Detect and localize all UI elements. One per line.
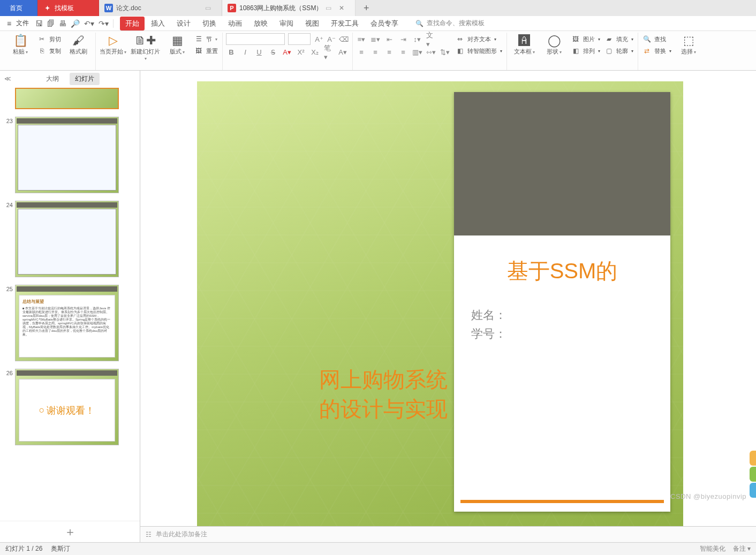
paste-button[interactable]: 📋 粘贴 — [6, 34, 34, 56]
section-button[interactable]: ☰节▾ — [193, 34, 219, 44]
qat-undo-icon[interactable]: ↶▾ — [84, 19, 94, 28]
ribbon-tab-slideshow[interactable]: 放映 — [248, 17, 273, 31]
slide[interactable]: 网上购物系统的设计与实现 基于SSM的 姓名： 学号： — [197, 81, 683, 526]
copy-button[interactable]: ⎘复制 — [36, 45, 62, 56]
align-center-icon[interactable]: ≡ — [370, 47, 381, 57]
thumbnail-26[interactable]: ○谢谢观看！ — [15, 369, 119, 445]
side-btn-2[interactable] — [750, 467, 756, 482]
cut-label: 剪切 — [49, 35, 61, 43]
italic-icon[interactable]: I — [240, 47, 251, 57]
thumbnail-list[interactable]: 23 欢迎进入后台管理系统 24 欢迎进入后台管理系统 25 — [0, 87, 140, 521]
increase-font-icon[interactable]: A⁺ — [314, 34, 324, 44]
cut-button[interactable]: ✂剪切 — [36, 34, 62, 44]
from-current-button[interactable]: ▷ 当页开始 — [99, 34, 127, 56]
tab-outline[interactable]: 大纲 — [41, 73, 64, 85]
find-label: 查找 — [654, 35, 666, 43]
ribbon-tab-design[interactable]: 设计 — [171, 17, 196, 31]
quick-access-toolbar: 🖫 🗐 🖶 🔎 ↶▾ ↷▾ — [35, 19, 114, 28]
notes-placeholder: 单击此处添加备注 — [156, 530, 207, 539]
file-menu[interactable]: 文件 — [16, 19, 29, 28]
select-button[interactable]: ⬚选择 — [675, 34, 702, 56]
side-btn-3[interactable] — [750, 483, 756, 498]
format-painter-button[interactable]: 🖌 格式刷 — [64, 34, 92, 55]
new-tab-button[interactable]: + — [356, 0, 377, 16]
hamburger-icon[interactable]: ≡ — [4, 19, 14, 28]
align-left-icon[interactable]: ≡ — [356, 47, 367, 57]
add-slide-button[interactable]: ＋ — [0, 521, 140, 542]
highlight-icon[interactable]: X² — [296, 47, 306, 57]
bold-icon[interactable]: B — [226, 47, 237, 57]
status-smart-beautify[interactable]: 智能美化 — [700, 544, 725, 553]
numbering-icon[interactable]: ≣▾ — [370, 34, 381, 44]
qat-print-icon[interactable]: 🖶 — [59, 19, 66, 28]
qat-redo-icon[interactable]: ↷▾ — [99, 19, 109, 28]
tab-home[interactable]: 首页 — [0, 0, 37, 16]
close-icon[interactable]: ✕ — [339, 4, 344, 12]
fill-label: 填充 — [616, 35, 628, 43]
doc-window-icon[interactable]: ▭ — [205, 4, 211, 12]
shape-button[interactable]: ◯形状 — [540, 34, 568, 56]
font-name-input[interactable] — [226, 33, 285, 45]
layout-button[interactable]: ▦ 版式 — [163, 34, 191, 56]
strike-icon[interactable]: S̶ — [268, 47, 278, 57]
notes-bar[interactable]: ☷ 单击此处添加备注 — [140, 526, 756, 542]
thumbnail-24[interactable]: 欢迎进入后台管理系统 — [15, 201, 119, 277]
thumbnail-partial[interactable] — [15, 88, 119, 109]
tab-doc[interactable]: W 论文.doc ▭ — [99, 0, 222, 16]
ribbon-tab-vip[interactable]: 会员专享 — [365, 17, 404, 31]
collapse-panel-icon[interactable]: ≪ — [4, 75, 11, 82]
qat-preview-icon[interactable]: 🔎 — [71, 19, 80, 28]
word-icon: W — [104, 4, 113, 12]
ribbon-tab-transition[interactable]: 切换 — [197, 17, 222, 31]
find-button[interactable]: 🔍查找 — [641, 34, 672, 44]
tab-ppt[interactable]: P 10863网上购物系统（SSM） ▭ ✕ — [222, 0, 356, 16]
dist-h-icon[interactable]: ⇿▾ — [426, 47, 436, 57]
new-slide-button[interactable]: 🗎✚ 新建幻灯片 — [129, 34, 161, 62]
smartart-button[interactable]: ◧转智能图形▾ — [455, 45, 503, 56]
ppt-window-icon[interactable]: ▭ — [326, 4, 331, 12]
ribbon-search[interactable]: 🔍 查找命令、搜索模板 — [415, 19, 485, 28]
picture-button[interactable]: 🖼图片▾ — [570, 34, 601, 44]
indent-dec-icon[interactable]: ⇤ — [384, 34, 395, 44]
thumbnail-number: 25 — [2, 285, 13, 292]
side-btn-1[interactable] — [750, 451, 756, 466]
bullets-icon[interactable]: ≡▾ — [356, 34, 367, 44]
subscript-icon[interactable]: X₂ — [309, 47, 320, 57]
ribbon-tab-insert[interactable]: 插入 — [146, 17, 170, 31]
ribbon-tab-view[interactable]: 视图 — [300, 17, 324, 31]
status-author: 奥斯汀 — [51, 544, 70, 553]
font-size-input[interactable] — [288, 33, 311, 45]
text-direction-icon[interactable]: 文▾ — [426, 34, 436, 44]
align-justify-icon[interactable]: ≡ — [398, 47, 409, 57]
ribbon-group-font: A⁺ A⁻ ⌫ B I U S̶ A▾ X² X₂ 笔▾ A▾ — [223, 33, 353, 70]
thumbnail-23[interactable]: 欢迎进入后台管理系统 — [15, 117, 119, 193]
ribbon-tab-start[interactable]: 开始 — [120, 17, 145, 31]
fill-button[interactable]: ▰填充▾ — [603, 34, 634, 44]
outline-button[interactable]: ▢轮廓▾ — [603, 45, 634, 56]
thumbnail-25[interactable]: 总结与展望■ 本文基于当前比较流行的电商系统为项目背景，选择Java 作业最新版… — [15, 285, 119, 361]
ribbon-tab-animation[interactable]: 动画 — [223, 17, 247, 31]
textbox-button[interactable]: 🅰文本框 — [510, 34, 538, 56]
indent-inc-icon[interactable]: ⇥ — [398, 34, 409, 44]
status-notes[interactable]: 备注 ▾ — [733, 544, 751, 553]
reset-button[interactable]: 🖽重置 — [193, 45, 219, 56]
arrange-button[interactable]: ◧排列▾ — [570, 45, 601, 56]
replace-button[interactable]: ⇄替换▾ — [641, 45, 672, 56]
font-color-icon[interactable]: A▾ — [282, 47, 292, 57]
tab-template[interactable]: ✦ 找模板 — [37, 0, 99, 16]
dist-v-icon[interactable]: ⇅▾ — [440, 47, 450, 57]
font-effects-icon[interactable]: A▾ — [337, 47, 348, 57]
ribbon-tab-review[interactable]: 审阅 — [274, 17, 299, 31]
clear-format-icon[interactable]: ⌫ — [338, 34, 349, 44]
align-text-button[interactable]: ⇔对齐文本▾ — [455, 34, 503, 44]
qat-saveas-icon[interactable]: 🗐 — [47, 19, 55, 28]
slide-canvas[interactable]: 网上购物系统的设计与实现 基于SSM的 姓名： 学号： — [140, 71, 756, 526]
underline-icon[interactable]: U — [254, 47, 264, 57]
change-case-icon[interactable]: 笔▾ — [323, 47, 334, 57]
align-right-icon[interactable]: ≡ — [384, 47, 395, 57]
qat-save-icon[interactable]: 🖫 — [35, 19, 43, 28]
tab-slides[interactable]: 幻灯片 — [70, 73, 100, 85]
ribbon-tab-dev[interactable]: 开发工具 — [326, 17, 364, 31]
line-spacing-icon[interactable]: ↕▾ — [412, 34, 422, 44]
columns-icon[interactable]: ▥▾ — [412, 47, 422, 57]
